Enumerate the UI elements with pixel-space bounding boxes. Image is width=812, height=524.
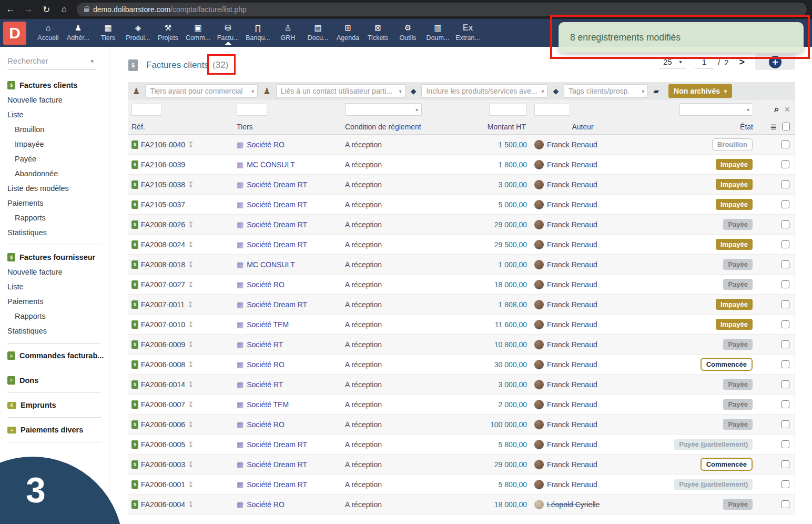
row-checkbox[interactable] xyxy=(781,500,789,508)
dolibarr-logo[interactable]: D xyxy=(3,22,26,45)
next-page-button[interactable]: > xyxy=(737,57,747,68)
amount-ht[interactable]: 1 500,00 xyxy=(499,140,527,149)
amount-ht[interactable]: 1 000,00 xyxy=(499,260,527,269)
sidebar-item[interactable]: Liste xyxy=(7,279,109,294)
row-checkbox[interactable] xyxy=(781,300,789,308)
thirdparty-link[interactable]: Société Dream RT xyxy=(247,200,307,209)
amount-ht[interactable]: 5 800,00 xyxy=(499,440,527,449)
sidebar-item[interactable]: Statistiques xyxy=(7,225,109,240)
row-checkbox[interactable] xyxy=(781,280,789,288)
invoice-ref-link[interactable]: FA2006-0003 xyxy=(141,460,185,469)
amount-ht[interactable]: 2 000,00 xyxy=(499,400,527,409)
author-search-input[interactable] xyxy=(534,104,570,116)
author-link[interactable]: Franck Renaud xyxy=(547,140,597,149)
amount-ht[interactable]: 3 000,00 xyxy=(499,380,527,389)
chevron-down-icon[interactable]: ▾ xyxy=(90,58,94,65)
nav-item-tickets[interactable]: ⊠ Tickets xyxy=(363,21,392,45)
sidebar-item[interactable] xyxy=(7,368,102,368)
column-selector-icon[interactable]: ≣ xyxy=(770,122,777,132)
row-checkbox[interactable] xyxy=(781,240,789,248)
row-checkbox[interactable] xyxy=(781,220,789,228)
nav-item-outils[interactable]: ⚙ Outils xyxy=(393,21,422,45)
download-icon[interactable]: ↧ xyxy=(188,280,194,289)
invoice-ref-link[interactable]: FA2006-0014 xyxy=(141,380,185,389)
sidebar-item[interactable] xyxy=(7,343,102,344)
column-header-tiers[interactable]: Tiers xyxy=(237,123,345,131)
author-link[interactable]: Franck Renaud xyxy=(547,380,597,389)
current-page-input[interactable]: 1 xyxy=(695,56,714,68)
thirdparty-link[interactable]: Société TEM xyxy=(247,320,289,329)
amount-ht[interactable]: 1 808,00 xyxy=(499,300,527,309)
download-icon[interactable]: ↧ xyxy=(187,300,194,309)
products-filter[interactable]: Inclure les produits/services ave... xyxy=(421,84,547,98)
browser-home-icon[interactable]: ⌂ xyxy=(59,4,69,15)
invoice-ref-link[interactable]: FA2008-0026 xyxy=(141,220,185,229)
amount-ht[interactable]: 100 000,00 xyxy=(490,420,527,429)
invoice-ref-link[interactable]: FA2006-0008 xyxy=(141,360,185,369)
sales-rep-filter[interactable]: Tiers ayant pour commercial xyxy=(145,84,258,98)
tags-filter[interactable]: Tags clients/prosp. xyxy=(564,84,648,98)
amount-ht[interactable]: 3 000,00 xyxy=(499,180,527,189)
amount-ht[interactable]: 1 800,00 xyxy=(499,160,527,169)
row-checkbox[interactable] xyxy=(781,320,789,328)
thirdparty-link[interactable]: Société Dream RT xyxy=(247,440,307,449)
author-link[interactable]: Franck Renaud xyxy=(547,420,597,429)
new-invoice-button[interactable]: + xyxy=(769,56,781,68)
author-link[interactable]: Franck Renaud xyxy=(547,360,597,369)
select-all-checkbox[interactable] xyxy=(782,123,790,130)
sidebar-section-factures-fournisseur[interactable]: $ Factures fournisseur xyxy=(7,250,109,265)
row-checkbox[interactable] xyxy=(781,200,789,208)
download-icon[interactable]: ↧ xyxy=(188,180,194,189)
author-link[interactable]: Franck Renaud xyxy=(547,180,597,189)
row-checkbox[interactable] xyxy=(781,420,789,428)
nav-item-doum[interactable]: ▥ Doum... xyxy=(423,21,452,45)
sidebar-item[interactable]: Liste xyxy=(7,107,109,122)
row-checkbox[interactable] xyxy=(781,160,789,168)
invoice-ref-link[interactable]: FA2006-0005 xyxy=(141,440,185,449)
sidebar-section-dons[interactable]: ≡ Dons xyxy=(7,373,109,388)
amount-ht[interactable]: 18 000,00 xyxy=(494,280,527,289)
row-checkbox[interactable] xyxy=(781,400,789,408)
author-link[interactable]: Franck Renaud xyxy=(547,440,597,449)
invoice-ref-link[interactable]: FA2105-0037 xyxy=(141,200,185,209)
download-icon[interactable]: ↧ xyxy=(188,500,194,509)
download-icon[interactable]: ↧ xyxy=(188,420,194,429)
status-select[interactable] xyxy=(679,103,753,116)
download-icon[interactable]: ↧ xyxy=(188,400,194,409)
amount-ht[interactable]: 29 000,00 xyxy=(494,460,527,469)
nav-item-facturation[interactable]: ⛁ Factu... xyxy=(214,21,242,45)
author-link[interactable]: Léopold Cyrielle xyxy=(547,500,600,509)
sidebar-item[interactable]: Rapports xyxy=(7,210,109,225)
thirdparty-link[interactable]: Société RO xyxy=(247,360,285,369)
download-icon[interactable]: ↧ xyxy=(188,460,194,469)
download-icon[interactable]: ↧ xyxy=(188,440,194,449)
row-checkbox[interactable] xyxy=(781,480,789,488)
nav-item-commerce[interactable]: ▣ Comm... xyxy=(184,21,212,45)
page-title[interactable]: Factures clients xyxy=(146,60,209,70)
invoice-ref-link[interactable]: FA2006-0007 xyxy=(141,400,185,409)
thirdparty-link[interactable]: Société RT xyxy=(247,340,283,349)
invoice-ref-link[interactable]: FA2006-0009 xyxy=(141,340,185,349)
nav-item-agenda[interactable]: ⊞ Agenda xyxy=(333,21,362,45)
amount-ht[interactable]: 10 800,00 xyxy=(494,340,527,349)
sidebar-item[interactable]: Paiements xyxy=(7,196,109,210)
thirdparty-link[interactable]: Société Dream RT xyxy=(247,480,307,489)
row-checkbox[interactable] xyxy=(781,440,789,448)
sidebar-search-input[interactable] xyxy=(7,56,81,65)
sidebar-item[interactable] xyxy=(7,442,102,442)
sidebar-item[interactable] xyxy=(7,245,102,245)
download-icon[interactable]: ↧ xyxy=(188,140,194,149)
thirdparty-link[interactable]: Société Dream RT xyxy=(247,300,307,309)
column-header-amount[interactable]: Montant HT xyxy=(465,123,527,131)
invoice-ref-link[interactable]: FA2008-0024 xyxy=(141,240,185,249)
sidebar-item[interactable]: Rapports xyxy=(7,309,109,324)
thirdparty-link[interactable]: Société RT xyxy=(247,380,283,389)
contact-filter[interactable]: Liés à un contact utilisateur parti... xyxy=(276,84,405,98)
download-icon[interactable]: ↧ xyxy=(188,380,194,389)
author-link[interactable]: Franck Renaud xyxy=(547,240,597,249)
sidebar-section-factures-clients[interactable]: $ Factures clients xyxy=(7,78,109,93)
invoice-ref-link[interactable]: FA2106-0040 xyxy=(141,140,185,149)
author-link[interactable]: Franck Renaud xyxy=(547,480,597,489)
sidebar-item[interactable]: Abandonnée xyxy=(7,166,109,181)
thirdparty-link[interactable]: Société RO xyxy=(247,420,285,429)
